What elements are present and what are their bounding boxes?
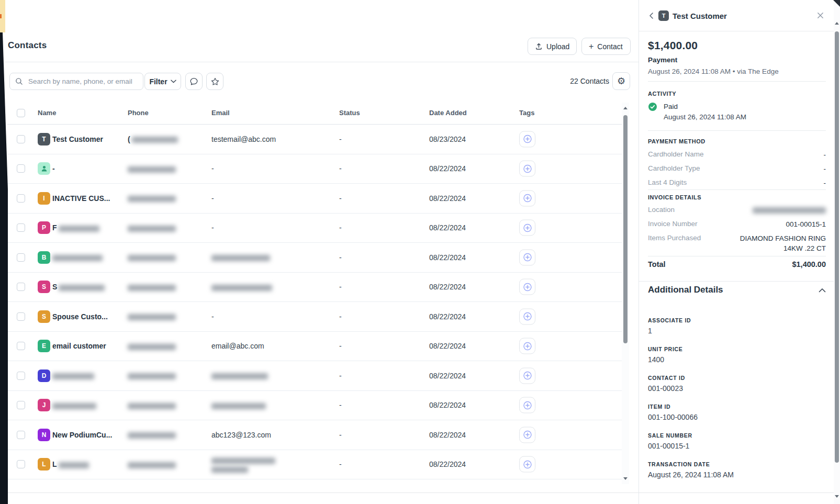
page-title: Contacts xyxy=(8,40,47,51)
add-tag-button[interactable] xyxy=(519,367,535,384)
row-checkbox[interactable] xyxy=(17,431,25,439)
table-row[interactable]: J - 08/22/2024 xyxy=(7,391,622,421)
add-tag-button[interactable] xyxy=(519,220,535,236)
contact-email: testemail@abc.com xyxy=(211,135,276,143)
table-row[interactable]: P F - - 08/22/2024 xyxy=(7,214,622,243)
table-row[interactable]: S S - 08/22/2024 xyxy=(7,273,622,303)
contact-avatar: S xyxy=(38,281,50,293)
row-checkbox[interactable] xyxy=(17,460,25,468)
contact-avatar: E xyxy=(38,340,50,352)
settings-button[interactable]: ⚙ xyxy=(612,72,630,90)
detail-row: Cardholder Name - xyxy=(648,150,826,160)
upload-button-label: Upload xyxy=(546,42,569,51)
table-row[interactable]: D - 08/22/2024 xyxy=(7,361,622,391)
add-tag-button[interactable] xyxy=(519,161,535,177)
add-tag-button[interactable] xyxy=(519,249,535,265)
contact-date-added: 08/22/2024 xyxy=(429,312,466,321)
field-value: 1400 xyxy=(648,355,826,364)
contact-date-added: 08/22/2024 xyxy=(429,253,466,262)
table-scrollbar[interactable] xyxy=(622,103,629,484)
col-header-email: Email xyxy=(211,109,230,117)
detail-value: - xyxy=(824,150,826,160)
scrollbar-thumb[interactable] xyxy=(835,31,839,463)
upload-button[interactable]: Upload xyxy=(528,38,577,55)
scroll-up-icon[interactable] xyxy=(835,22,839,25)
detail-row: Invoice Number 001-00015-1 xyxy=(648,220,826,229)
row-checkbox[interactable] xyxy=(17,164,25,173)
search-input[interactable] xyxy=(27,77,138,86)
activity-status: Paid xyxy=(664,103,678,110)
contact-phone xyxy=(128,283,176,291)
conversations-filter-button[interactable] xyxy=(185,73,203,90)
divider xyxy=(648,189,826,190)
circle-plus-icon xyxy=(523,282,532,292)
paid-check-icon xyxy=(648,102,657,111)
row-checkbox[interactable] xyxy=(17,312,25,321)
field-label: SALE NUMBER xyxy=(648,432,826,439)
detail-value: - xyxy=(824,178,826,188)
collapse-chevron-icon xyxy=(819,288,826,293)
add-tag-button[interactable] xyxy=(519,131,535,147)
close-button[interactable] xyxy=(814,10,826,23)
filter-button[interactable]: Filter xyxy=(144,73,181,90)
total-row: Total $1,400.00 xyxy=(648,260,826,268)
row-checkbox[interactable] xyxy=(17,283,25,291)
activity-heading: ACTIVITY xyxy=(648,91,676,97)
divider xyxy=(648,130,826,131)
payment-type-label: Payment xyxy=(648,56,677,64)
contact-avatar: T xyxy=(38,133,50,145)
add-tag-button[interactable] xyxy=(519,279,535,295)
payment-amount: $1,400.00 xyxy=(648,39,698,52)
row-checkbox[interactable] xyxy=(17,253,25,262)
add-tag-button[interactable] xyxy=(519,338,535,354)
field-label: ASSOCIATE ID xyxy=(648,317,826,323)
table-row[interactable]: I INACTIVE CUS... - - 08/22/2024 xyxy=(7,184,622,214)
field-value: 001-00015-1 xyxy=(648,442,826,450)
invoice-details-heading: INVOICE DETAILS xyxy=(648,194,701,200)
table-row[interactable]: E email customer email@abc.com - 08/22/2… xyxy=(7,332,622,362)
scroll-up-icon[interactable] xyxy=(623,107,628,109)
additional-details-toggle[interactable]: Additional Details xyxy=(648,285,826,295)
table-row[interactable]: N New PodiumCu... abc123@123.com - 08/22… xyxy=(7,420,622,450)
circle-plus-icon xyxy=(523,223,532,232)
add-tag-button[interactable] xyxy=(519,456,535,473)
table-row[interactable]: - - - 08/22/2024 xyxy=(7,154,622,184)
contact-avatar: I xyxy=(38,192,50,205)
row-checkbox[interactable] xyxy=(17,194,25,203)
select-all-checkbox[interactable] xyxy=(17,109,25,117)
scroll-down-icon[interactable] xyxy=(835,495,839,498)
table-row[interactable]: T Test Customer ( testemail@abc.com - 08… xyxy=(7,125,622,154)
add-contact-button[interactable]: + Contact xyxy=(581,38,631,55)
add-tag-button[interactable] xyxy=(519,308,535,324)
panel-scrollbar[interactable] xyxy=(834,0,840,504)
chevron-down-icon xyxy=(171,80,176,83)
table-row[interactable]: S Spouse Custo... - - 08/22/2024 xyxy=(7,302,622,332)
table-row[interactable]: L L - 08/22/2024 xyxy=(7,450,622,480)
detail-row: Items Purchased DIAMOND FASHION RING 14K… xyxy=(648,234,826,253)
row-checkbox[interactable] xyxy=(17,135,25,143)
detail-value: DIAMOND FASHION RING 14KW .22 CT xyxy=(721,234,826,253)
row-checkbox[interactable] xyxy=(17,223,25,232)
payment-date-line: August 26, 2024 11:08 AM • via The Edge xyxy=(648,68,779,75)
add-tag-button[interactable] xyxy=(519,190,535,206)
scroll-down-icon[interactable] xyxy=(623,477,628,480)
row-checkbox[interactable] xyxy=(17,342,25,350)
close-icon xyxy=(816,12,824,19)
favorites-filter-button[interactable] xyxy=(206,73,223,90)
contact-avatar: L xyxy=(38,458,50,471)
back-button[interactable] xyxy=(645,10,658,23)
scrollbar-thumb[interactable] xyxy=(623,115,628,343)
contact-avatar: P xyxy=(38,221,50,234)
add-tag-button[interactable] xyxy=(519,427,535,443)
add-tag-button[interactable] xyxy=(519,397,535,413)
search-box[interactable] xyxy=(9,73,143,90)
contact-phone xyxy=(128,460,176,468)
gear-icon: ⚙ xyxy=(617,76,625,86)
contact-date-added: 08/22/2024 xyxy=(429,194,466,203)
row-checkbox[interactable] xyxy=(17,401,25,409)
additional-field: ASSOCIATE ID 1 xyxy=(648,317,826,335)
field-value: 001-00023 xyxy=(648,384,826,393)
contact-phone xyxy=(128,401,176,409)
row-checkbox[interactable] xyxy=(17,372,25,380)
table-row[interactable]: B - 08/22/2024 xyxy=(7,243,622,273)
